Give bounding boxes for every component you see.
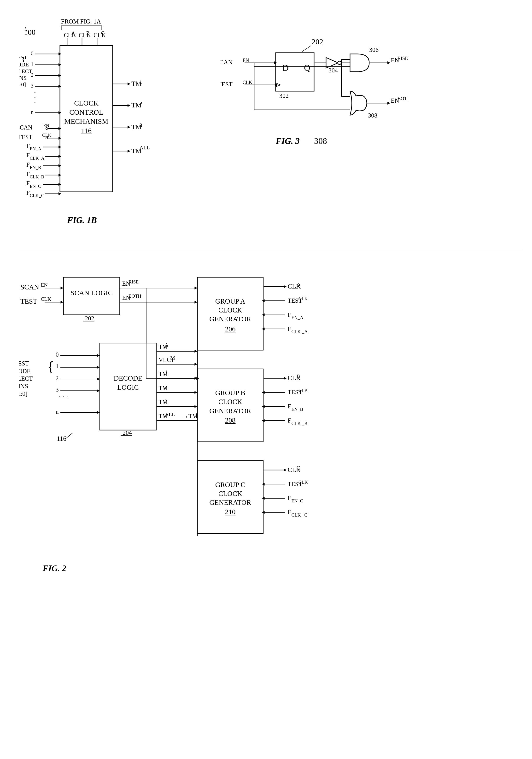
q-label: Q xyxy=(304,63,310,73)
ccm-label1: CLOCK xyxy=(74,99,98,107)
fig2-tm2-arr xyxy=(194,391,197,394)
group-a-ref: 206 xyxy=(225,325,235,333)
fig2-pin1-arr xyxy=(97,366,100,369)
fig3-svg: 202 D Q SCAN EN TEST CLK xyxy=(221,34,407,201)
nto0-label: [n:0] xyxy=(19,81,26,88)
tm3-sub: 3 xyxy=(139,122,142,128)
grpc-fen-f: F xyxy=(288,495,291,501)
test-clk-sub: CLK xyxy=(42,133,51,138)
en-both-arrow xyxy=(387,102,390,104)
fig2-tm1-sub: 1 xyxy=(165,369,168,375)
fen-a-sub: EN_A xyxy=(30,146,42,151)
grpb-fen-f: F xyxy=(288,403,291,410)
grpa-fclk-f: F xyxy=(288,325,291,332)
scan-en-sub-fig3: EN xyxy=(243,58,249,63)
fig2-pin1: 1 xyxy=(56,363,59,370)
fclk-b-sub: CLK_B xyxy=(30,174,44,180)
fig2-pin0-arr xyxy=(97,354,100,357)
grpc-fclk-sub: CLK _C xyxy=(291,512,307,517)
clkc-sub: C xyxy=(101,30,104,36)
fig2-pinn: n xyxy=(56,408,59,415)
pinn-label: n xyxy=(31,109,34,115)
tm1-arrow xyxy=(128,83,131,85)
test-label2: TEST xyxy=(19,54,27,60)
fig2-en-both-sub: BOTH xyxy=(129,294,141,299)
test-clk-label: TEST xyxy=(19,134,32,140)
ref304: 304 xyxy=(328,67,338,74)
fig2-pins-label: PINS xyxy=(19,383,28,390)
grpa-fen-f: F xyxy=(288,311,291,318)
scan-en-sub: EN xyxy=(43,123,49,128)
scan-logic-label1: SCAN LOGIC xyxy=(70,289,113,297)
ccm-label2: CONTROL xyxy=(69,108,103,116)
clkc-out-arr xyxy=(284,468,287,471)
fig2-title: FIG. 2 xyxy=(42,564,66,573)
group-b-label3: GENERATOR xyxy=(209,407,251,415)
en-both-sub: BOTH xyxy=(398,96,407,101)
tm2-arrow xyxy=(128,104,131,107)
fig2-pin2-arr xyxy=(97,378,100,380)
group-b-ref: 208 xyxy=(225,416,235,424)
mode-label2: MODE xyxy=(19,61,29,68)
fig2-en-rise-arr xyxy=(194,287,197,290)
vlctm-sub: M xyxy=(170,355,175,361)
fig2-pin3-arr xyxy=(97,389,100,392)
decode-label1: DECODE xyxy=(114,374,142,382)
clka-out-sub: A xyxy=(297,282,300,287)
fig2-dots: · · · xyxy=(59,393,68,401)
fclk-a-f: F xyxy=(26,152,30,159)
inverter-bubble xyxy=(338,61,341,64)
pin0-label: 0 xyxy=(31,50,34,56)
scan-en-fig3: SCAN xyxy=(221,59,233,66)
fclk-c-f: F xyxy=(26,189,30,196)
fig2-en-both-arr xyxy=(194,301,197,303)
fig2-svg: SCAN EN TEST CLK SCAN LOGIC 202 EN RISE … xyxy=(19,260,513,584)
fen-a-f: F xyxy=(26,143,30,149)
ref302: 302 xyxy=(279,92,289,99)
fclk-b-f: F xyxy=(26,171,30,177)
fclk-a-sub: CLK_A xyxy=(30,156,45,161)
en-rise-arrow xyxy=(387,61,390,64)
fig2-test-clk-sub: CLK xyxy=(41,296,51,302)
vlctm-arr xyxy=(194,363,197,366)
clkc-out-sub: C xyxy=(297,465,300,471)
grpb-fclk-sub: CLK _B xyxy=(291,421,307,426)
fig2-tm3-arr xyxy=(194,405,197,408)
group-a-label2: CLOCK xyxy=(218,306,243,314)
ccm-label3: MECHANISM xyxy=(64,117,108,125)
fig3-308b: 308 xyxy=(314,136,327,146)
ccm-ref: 116 xyxy=(81,127,92,135)
fen-c-sub: EN_C xyxy=(30,184,41,189)
bottom-section: SCAN EN TEST CLK SCAN LOGIC 202 EN RISE … xyxy=(19,260,513,585)
fen-b-f: F xyxy=(26,161,30,168)
fig2-ref204: 204 xyxy=(123,429,132,436)
and-gate-top xyxy=(350,54,369,72)
fig2-tm3-sub: 3 xyxy=(165,398,168,403)
page: 100 \ FROM FIG. 1A CLK A CLK B CLK C xyxy=(0,0,532,759)
fig2-mode-label: MODE xyxy=(19,368,30,375)
tm3-arrow xyxy=(128,126,131,129)
pins-label2: PINS xyxy=(19,75,27,81)
grpc-fen-sub: EN_C xyxy=(291,498,303,503)
group-c-label1: GROUP C xyxy=(215,481,246,489)
dots3: · xyxy=(34,99,36,106)
fig2-sel-label: SELECT xyxy=(19,375,33,382)
fig2-tmall-out-sub: ALL xyxy=(165,412,175,417)
d-label: D xyxy=(283,63,289,73)
decode-label2: LOGIC xyxy=(117,383,139,391)
tmall-arrow xyxy=(128,150,131,152)
fig2-test-label: TEST xyxy=(19,360,29,367)
fig2-pin3: 3 xyxy=(56,386,59,393)
grpa-fen-sub: EN_A xyxy=(291,315,303,320)
pin1-label: 1 xyxy=(31,61,34,67)
fig2-tm2-sub: 2 xyxy=(165,383,168,389)
divider xyxy=(19,249,523,250)
clkb-out-sub: B xyxy=(297,374,300,379)
fen-b-sub: EN_B xyxy=(30,165,41,170)
ref306: 306 xyxy=(369,46,379,53)
group-c-label2: CLOCK xyxy=(218,490,243,498)
fig1b-svg: 100 \ FROM FIG. 1A CLK A CLK B CLK C xyxy=(19,15,206,230)
tm2-sub: 2 xyxy=(139,100,142,106)
fig2-ref116: 116 xyxy=(57,435,66,442)
fig3-ref-line xyxy=(302,46,311,52)
